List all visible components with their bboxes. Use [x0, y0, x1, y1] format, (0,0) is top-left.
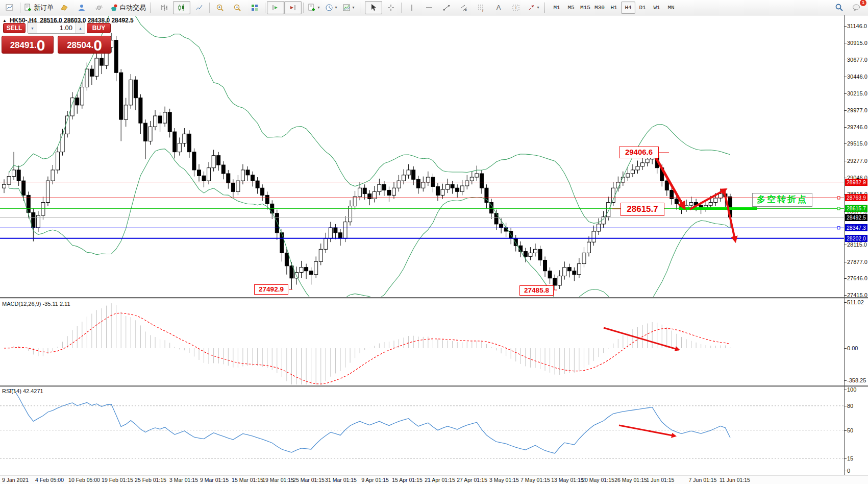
drawn-arrow[interactable]	[619, 425, 675, 436]
price-level-badge: 28347.3	[845, 224, 867, 231]
axis-tick	[845, 110, 847, 111]
rsi-axis-label: 100	[847, 386, 856, 393]
gold-bar-icon	[60, 4, 68, 12]
timeframe-button-d1[interactable]: D1	[635, 2, 650, 14]
panel-separator[interactable]	[0, 385, 868, 385]
chat-bubble-icon	[852, 3, 861, 12]
rsi-axis-label: 80	[847, 403, 853, 409]
time-axis-label: 7 May 01:15	[520, 477, 550, 483]
panel-separator[interactable]	[0, 297, 868, 298]
zoom-out-icon	[233, 4, 241, 12]
axis-tick	[845, 26, 847, 27]
crosshair-button[interactable]	[382, 1, 400, 14]
price-annotation[interactable]: 29406.6	[619, 147, 659, 158]
notifications-button[interactable]: 1	[848, 1, 865, 14]
search-button[interactable]	[830, 1, 848, 14]
signal-radar-icon	[95, 4, 103, 12]
candlestick-chart-button[interactable]	[173, 1, 190, 14]
macd-signal-line	[4, 313, 730, 384]
vertical-line-button[interactable]	[403, 1, 420, 14]
price-level-badge: 28763.9	[845, 194, 867, 201]
auto-trading-icon	[110, 4, 118, 12]
macd-axis-label: -358.25	[847, 377, 866, 383]
one-click-trading-panel: SELL ▼ 1.00 ▲ BUY 28491.0 28504.0	[2, 22, 111, 54]
price-level-badge: 28982.9	[845, 179, 867, 186]
price-level-badge: 28492.5	[845, 214, 867, 221]
tile-windows-button[interactable]	[246, 1, 263, 14]
fibonacci-button[interactable]: F	[473, 1, 490, 14]
sell-price[interactable]: 28491.0	[2, 36, 54, 54]
vertical-line-icon	[408, 4, 416, 12]
volume-decrease-button[interactable]: ▼	[28, 23, 37, 33]
zoom-out-button[interactable]	[229, 1, 246, 14]
price-annotation[interactable]: 27492.9	[254, 284, 288, 295]
buy-button[interactable]: BUY	[87, 23, 111, 33]
rsi-indicator-label: RSI(14) 42.4271	[2, 388, 43, 394]
cursor-button[interactable]	[365, 1, 382, 14]
time-axis-label: 3 Mar 01:15	[169, 477, 198, 483]
channel-icon: E	[460, 4, 468, 12]
bollinger-lower-band	[9, 149, 730, 314]
buy-price-big-digit: 0	[93, 39, 102, 52]
macd-axis-label: 0.00	[847, 345, 858, 351]
horizontal-line-button[interactable]	[420, 1, 438, 14]
history-center-button[interactable]	[56, 1, 73, 14]
rsi-axis-label: 0	[847, 468, 850, 474]
axis-tick	[845, 60, 847, 60]
arrows-tool-button[interactable]: ▾	[525, 1, 542, 14]
price-annotation[interactable]: 27485.8	[519, 285, 554, 296]
time-axis-label: 25 Mar 01:15	[293, 477, 325, 483]
templates-button[interactable]: ▾	[340, 1, 357, 14]
timeframe-toolbar: M1M5M15M30H1H4D1W1MN	[550, 2, 678, 14]
text-button[interactable]: A	[490, 1, 507, 14]
timeframe-button-m30[interactable]: M30	[592, 2, 607, 14]
timeframe-button-m1[interactable]: M1	[550, 2, 564, 14]
price-axis-label: 29515.0	[847, 140, 867, 147]
price-chart-canvas[interactable]	[0, 0, 868, 484]
sell-button[interactable]: SELL	[3, 23, 26, 33]
signals-button[interactable]	[90, 1, 108, 14]
timeframe-button-m15[interactable]: M15	[578, 2, 592, 14]
text-label-button[interactable]: T	[507, 1, 525, 14]
periods-button[interactable]: ▾	[323, 1, 340, 14]
price-level-badge: 28202.0	[845, 235, 867, 242]
chart-shift-button[interactable]	[284, 1, 302, 14]
trendline-button[interactable]	[438, 1, 455, 14]
indicators-button[interactable]: ▾	[305, 1, 323, 14]
auto-trading-button[interactable]: 自动交易	[108, 1, 148, 14]
price-axis-label: 30915.0	[847, 40, 867, 46]
line-chart-button[interactable]	[190, 1, 208, 14]
volume-stepper[interactable]: ▼ 1.00 ▲	[28, 22, 85, 34]
new-order-button[interactable]: 新订单	[22, 1, 56, 14]
volume-increase-button[interactable]: ▲	[76, 23, 85, 33]
rsi-panel	[0, 390, 844, 458]
timeframe-button-mn[interactable]: MN	[664, 2, 678, 14]
price-axis-label: 27877.0	[847, 259, 867, 265]
text-annotation[interactable]: 多空转折点	[752, 193, 812, 207]
zoom-in-button[interactable]	[211, 1, 229, 14]
axis-tick	[845, 178, 847, 178]
macd-axis-label: 511.02	[847, 299, 864, 305]
mt4-window: ▲ HK50-,H4 28516.0 28603.0 28438.0 28492…	[0, 0, 868, 484]
channel-button[interactable]: E	[455, 1, 473, 14]
chart-region[interactable]: ▲ HK50-,H4 28516.0 28603.0 28438.0 28492…	[0, 0, 868, 484]
timeframe-button-h1[interactable]: H1	[607, 2, 621, 14]
timeframe-button-w1[interactable]: W1	[650, 2, 664, 14]
price-axis-label: 30677.0	[847, 57, 867, 63]
auto-scroll-button[interactable]	[267, 1, 284, 14]
buy-price[interactable]: 28504.0	[58, 36, 111, 54]
drawn-arrow[interactable]	[654, 155, 684, 208]
bar-chart-button[interactable]	[156, 1, 173, 14]
indicators-icon	[308, 4, 316, 12]
new-chart-button[interactable]	[1, 1, 18, 14]
axis-tick	[845, 93, 847, 94]
price-annotation[interactable]: 28615.7	[621, 203, 664, 216]
time-axis-label: 13 May 01:15	[551, 477, 584, 483]
drawn-arrow[interactable]	[604, 328, 679, 350]
time-axis-label: 9 Jan 2021	[2, 477, 29, 483]
volume-value[interactable]: 1.00	[37, 23, 76, 33]
metaeditor-button[interactable]	[73, 1, 90, 14]
timeframe-button-h4[interactable]: H4	[621, 2, 635, 14]
new-order-label: 新订单	[34, 3, 54, 12]
timeframe-button-m5[interactable]: M5	[564, 2, 578, 14]
